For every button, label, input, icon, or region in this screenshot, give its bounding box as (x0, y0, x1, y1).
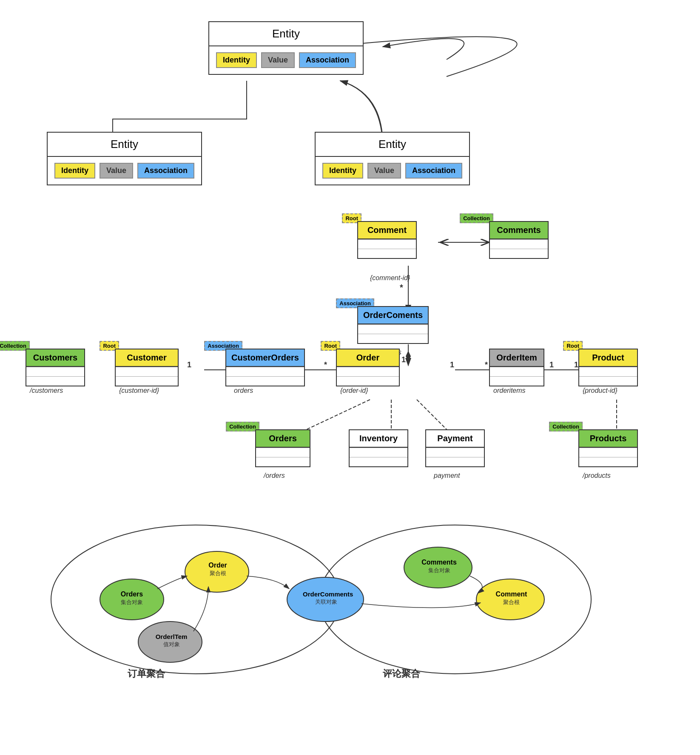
ord-comments-mult1: 1 (401, 355, 406, 364)
bubble-aggregate-diagram: Order 聚合根 Orders 集合对象 OrderlTem 值对象 Orde… (0, 510, 700, 689)
orders-caption: orders (234, 387, 253, 395)
right-value-badge: Value (367, 163, 401, 179)
products-title: Products (579, 430, 637, 447)
mult-1d: 1 (574, 360, 578, 369)
orders-path: /orders (264, 472, 285, 480)
right-entity-title: Entity (316, 133, 469, 157)
mult-1a: 1 (187, 360, 191, 369)
ordercomments-title: OrderComents (358, 307, 428, 324)
bubble-order: Order 聚合根 (199, 561, 237, 577)
bubble-comment: Comment 聚合根 (489, 590, 534, 606)
payment-title: Payment (426, 430, 484, 447)
mult-starb: * (485, 360, 488, 369)
products-collection-tag: Collection (549, 422, 583, 431)
product-id-caption: {product-id} (583, 387, 617, 395)
right-entity-badges: Identity Value Association (316, 157, 469, 184)
order-id-caption: {order-id} (340, 387, 368, 395)
ddd-aggregate-diagram: Root Comment Collection Comments {commen… (0, 204, 700, 502)
left-entity-title: Entity (48, 133, 201, 157)
svg-line-12 (298, 400, 370, 434)
comment-title: Comment (358, 222, 416, 238)
left-entity-badges: Identity Value Association (48, 157, 201, 184)
orderitems-caption: orderitems (493, 387, 526, 395)
order-title: Order (337, 349, 399, 366)
comment-mult: * (400, 283, 403, 292)
products-path: /products (583, 472, 611, 480)
customer-id-caption: {customer-id} (119, 387, 159, 395)
right-identity-badge: Identity (322, 163, 363, 179)
product-title: Product (579, 349, 637, 366)
right-entity-box: Entity Identity Value Association (315, 132, 470, 185)
svg-line-14 (417, 400, 451, 434)
top-entity-title: Entity (209, 22, 363, 46)
mult-star: * (324, 360, 327, 369)
top-identity-badge: Identity (216, 52, 257, 68)
customers-path: /customers (30, 387, 63, 395)
top-entity-badges: Identity Value Association (209, 46, 363, 74)
top-value-badge: Value (261, 52, 295, 68)
left-identity-badge: Identity (54, 163, 95, 179)
customerorders-title: CustomerOrders (226, 349, 304, 366)
right-aggregate-label: 评论聚合 (383, 667, 420, 680)
customer-title: Customer (116, 349, 178, 366)
comments-title: Comments (490, 222, 548, 238)
payment-caption: payment (434, 472, 460, 480)
inventory-title: Inventory (350, 430, 407, 447)
orderitem-title: OrderItem (490, 349, 543, 366)
bubble-orderitem: OrderlTem 值对象 (150, 633, 193, 648)
mult-1b: 1 (450, 360, 454, 369)
orders-collection-tag: Collection (226, 422, 259, 431)
comment-id-caption: {comment-id} (370, 274, 410, 282)
svg-marker-16 (406, 351, 411, 361)
entity-pattern-diagram: Entity Identity Value Association Entity… (0, 9, 700, 191)
bubble-orders: Orders 集合对象 (113, 590, 151, 606)
bubble-comments: Comments 集合对象 (417, 558, 461, 574)
left-aggregate-label: 订单聚合 (128, 667, 165, 680)
mult-1c: 1 (549, 360, 554, 369)
comments-collection-tag: Collection (460, 213, 493, 223)
orders-title: Orders (256, 430, 310, 447)
left-value-badge: Value (100, 163, 133, 179)
left-association-badge: Association (137, 163, 194, 179)
bubble-ordercomments: OrderComments 关联对象 (303, 590, 350, 605)
right-association-badge: Association (405, 163, 462, 179)
customers-title: Customers (26, 349, 84, 366)
top-entity-box: Entity Identity Value Association (208, 21, 364, 75)
left-entity-box: Entity Identity Value Association (47, 132, 202, 185)
top-association-badge: Association (299, 52, 356, 68)
